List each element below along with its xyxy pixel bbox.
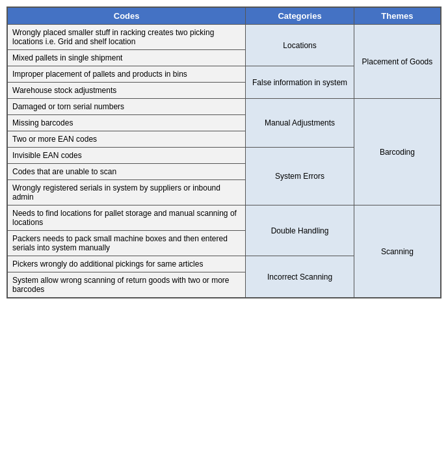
- code-cell: System allow wrong scanning of return go…: [8, 272, 246, 298]
- code-cell: Warehouse stock adjustments: [8, 83, 246, 99]
- theme-cell: Scanning: [354, 205, 440, 298]
- code-cell: Mixed pallets in single shipment: [8, 50, 246, 66]
- code-cell: Packers needs to pack small machine boxe…: [8, 231, 246, 256]
- category-cell: System Errors: [246, 148, 354, 205]
- category-cell: False information in system: [246, 66, 354, 99]
- code-cell: Needs to find locations for pallet stora…: [8, 205, 246, 231]
- code-cell: Damaged or torn serial numbers: [8, 99, 246, 115]
- code-cell: Two or more EAN codes: [8, 131, 246, 148]
- main-table-container: Codes Categories Themes Wrongly placed s…: [7, 7, 441, 298]
- code-cell: Invisible EAN codes: [8, 148, 246, 164]
- code-cell: Improper placement of pallets and produc…: [8, 66, 246, 83]
- category-cell: Incorrect Scanning: [246, 256, 354, 298]
- code-cell: Codes that are unable to scan: [8, 164, 246, 180]
- code-cell: Wrongly placed smaller stuff in racking …: [8, 25, 246, 50]
- theme-cell: Placement of Goods: [354, 25, 440, 99]
- code-cell: Wrongly registered serials in system by …: [8, 180, 246, 205]
- code-cell: Pickers wrongly do additional pickings f…: [8, 256, 246, 272]
- categories-header: Categories: [246, 8, 354, 25]
- category-cell: Locations: [246, 25, 354, 66]
- category-cell: Double Handling: [246, 205, 354, 256]
- codes-header: Codes: [8, 8, 246, 25]
- category-cell: Manual Adjustments: [246, 99, 354, 148]
- themes-header: Themes: [354, 8, 440, 25]
- code-cell: Missing barcodes: [8, 115, 246, 131]
- theme-cell: Barcoding: [354, 99, 440, 205]
